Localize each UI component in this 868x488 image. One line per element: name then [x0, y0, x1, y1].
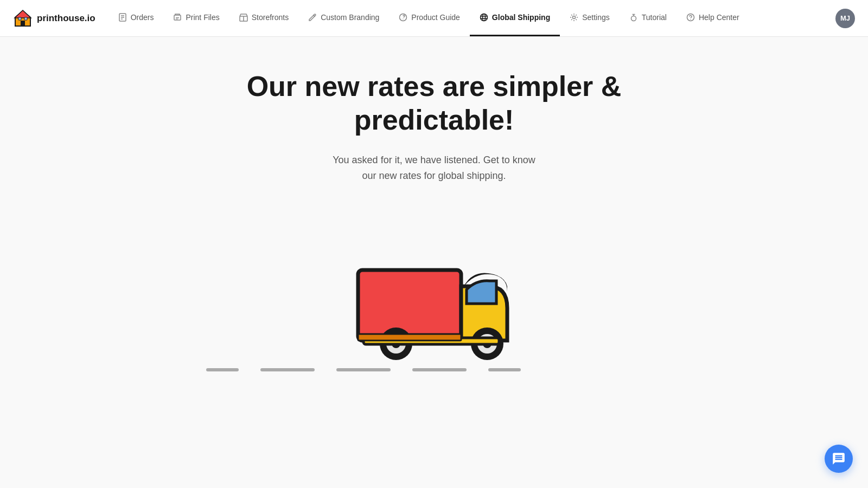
logo-icon: [13, 9, 33, 28]
svg-rect-3: [21, 21, 25, 26]
svg-point-18: [482, 14, 485, 21]
help-center-icon: [686, 13, 695, 22]
hero-title-line2: predictable!: [354, 104, 514, 136]
hero-title-line1: Our new rates are simpler &: [247, 70, 622, 102]
svg-rect-4: [18, 17, 21, 20]
orders-icon: [118, 13, 127, 22]
road-dash: [412, 368, 467, 371]
nav-item-custom-branding-label: Custom Branding: [321, 13, 379, 22]
truck-illustration: [271, 216, 597, 368]
svg-point-16: [403, 18, 404, 19]
main-content: Our new rates are simpler & predictable!…: [0, 37, 868, 488]
svg-point-21: [573, 16, 576, 19]
chat-icon: [832, 452, 846, 466]
product-guide-icon: [399, 13, 407, 22]
nav-item-global-shipping[interactable]: Global Shipping: [470, 0, 560, 36]
road-dash: [206, 368, 239, 371]
tutorial-icon: [629, 13, 638, 22]
nav-item-print-files[interactable]: Print Files: [163, 0, 229, 36]
hero-subtitle-line1: You asked for it, we have listened. Get …: [333, 155, 535, 165]
svg-point-25: [690, 19, 691, 20]
road-dash: [260, 368, 315, 371]
svg-rect-5: [24, 17, 27, 20]
svg-point-17: [480, 14, 487, 21]
road-dash: [488, 368, 521, 371]
svg-rect-11: [176, 17, 179, 18]
nav-item-help-center[interactable]: Help Center: [676, 0, 749, 36]
hero-title: Our new rates are simpler & predictable!: [247, 69, 622, 137]
nav-item-tutorial[interactable]: Tutorial: [620, 0, 676, 36]
nav-item-orders-label: Orders: [131, 13, 154, 22]
nav-item-settings-label: Settings: [582, 13, 610, 22]
nav-items-list: Orders Print Files Storefronts: [108, 0, 835, 36]
nav-item-storefronts[interactable]: Storefronts: [229, 0, 298, 36]
svg-point-22: [631, 16, 636, 21]
svg-rect-12: [176, 19, 178, 20]
nav-item-orders[interactable]: Orders: [108, 0, 164, 36]
nav-item-print-files-label: Print Files: [186, 13, 219, 22]
hero-subtitle-line2: our new rates for global shipping.: [362, 170, 506, 181]
global-shipping-icon: [480, 13, 488, 22]
hero-subtitle: You asked for it, we have listened. Get …: [333, 152, 535, 184]
svg-rect-34: [358, 334, 461, 341]
nav-item-tutorial-label: Tutorial: [642, 13, 667, 22]
settings-icon: [570, 13, 578, 22]
chat-button[interactable]: [825, 445, 853, 473]
road-dashes: [206, 367, 662, 373]
custom-branding-icon: [308, 13, 317, 22]
print-files-icon: [173, 13, 182, 22]
brand-name: printhouse.io: [37, 13, 95, 24]
nav-item-storefronts-label: Storefronts: [252, 13, 289, 22]
nav-item-help-center-label: Help Center: [699, 13, 739, 22]
nav-item-product-guide[interactable]: Product Guide: [389, 0, 470, 36]
nav-item-settings[interactable]: Settings: [560, 0, 620, 36]
storefronts-icon: [239, 13, 248, 22]
nav-item-global-shipping-label: Global Shipping: [492, 13, 550, 22]
truck-svg: [347, 237, 521, 368]
road-dash: [336, 368, 391, 371]
user-avatar[interactable]: MJ: [835, 9, 855, 28]
nav-item-custom-branding[interactable]: Custom Branding: [298, 0, 389, 36]
nav-item-product-guide-label: Product Guide: [411, 13, 460, 22]
svg-point-15: [400, 14, 407, 21]
main-nav: printhouse.io Orders Print Files: [0, 0, 868, 37]
logo-link[interactable]: printhouse.io: [13, 9, 95, 28]
svg-rect-26: [358, 270, 461, 341]
